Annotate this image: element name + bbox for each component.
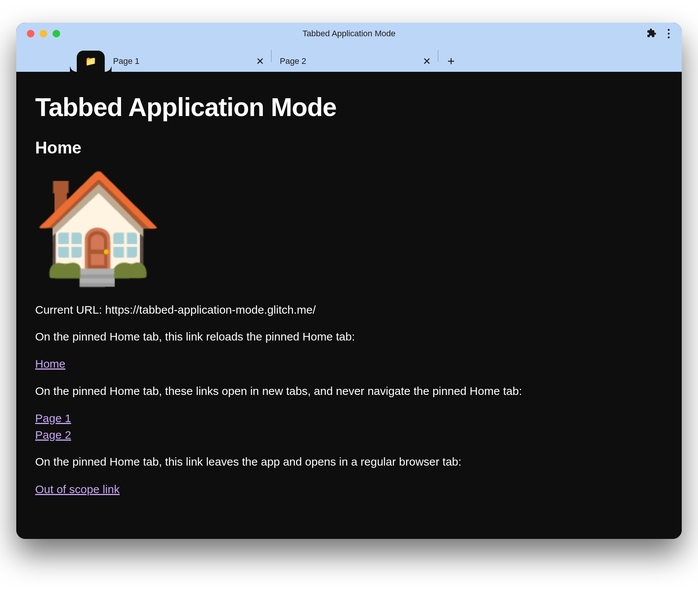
out-of-scope-link-block: Out of scope link xyxy=(35,481,663,498)
open-new-text: On the pinned Home tab, these links open… xyxy=(35,384,663,399)
page-links-block: Page 1 Page 2 xyxy=(35,410,663,443)
tabstrip: 📁 Page 1 ✕ Page 2 ✕ xyxy=(16,45,682,72)
close-tab-icon[interactable]: ✕ xyxy=(423,56,431,66)
current-url-line: Current URL: https://tabbed-application-… xyxy=(35,302,663,318)
tab-separator xyxy=(438,50,438,62)
close-tab-icon[interactable]: ✕ xyxy=(256,56,264,66)
new-tab-button[interactable] xyxy=(442,52,460,70)
close-window-button[interactable] xyxy=(27,30,34,37)
titlebar-top: Tabbed Application Mode xyxy=(16,23,682,45)
folder-icon: 📁 xyxy=(85,57,96,66)
tab-label: Page 2 xyxy=(280,56,306,66)
titlebar: Tabbed Application Mode 📁 Page 1 ✕ Page … xyxy=(16,23,682,72)
page-subtitle: Home xyxy=(35,138,663,157)
window-title: Tabbed Application Mode xyxy=(302,29,396,39)
out-of-scope-text: On the pinned Home tab, this link leaves… xyxy=(35,454,663,470)
page-content: Tabbed Application Mode Home 🏠 Current U… xyxy=(16,72,682,539)
pinned-home-tab[interactable]: 📁 xyxy=(77,51,105,72)
window-controls xyxy=(27,30,60,37)
more-menu-icon[interactable] xyxy=(665,28,673,40)
home-link[interactable]: Home xyxy=(35,356,663,372)
tab-page-1[interactable]: Page 1 ✕ xyxy=(105,51,271,72)
extensions-icon[interactable] xyxy=(647,28,656,39)
app-window: Tabbed Application Mode 📁 Page 1 ✕ Page … xyxy=(16,23,682,539)
tab-label: Page 1 xyxy=(113,56,140,66)
page-title: Tabbed Application Mode xyxy=(35,92,663,122)
minimize-window-button[interactable] xyxy=(40,30,47,37)
zoom-window-button[interactable] xyxy=(53,30,60,37)
pinned-reload-text: On the pinned Home tab, this link reload… xyxy=(35,329,663,345)
tab-page-2[interactable]: Page 2 ✕ xyxy=(271,51,438,72)
title-actions xyxy=(647,28,673,40)
home-link-block: Home xyxy=(35,356,663,372)
house-icon: 🏠 xyxy=(32,174,663,280)
current-url-value: https://tabbed-application-mode.glitch.m… xyxy=(105,303,316,316)
out-of-scope-link[interactable]: Out of scope link xyxy=(35,481,663,498)
page-2-link[interactable]: Page 2 xyxy=(35,427,663,443)
page-1-link[interactable]: Page 1 xyxy=(35,410,663,427)
current-url-label: Current URL: xyxy=(35,303,105,316)
